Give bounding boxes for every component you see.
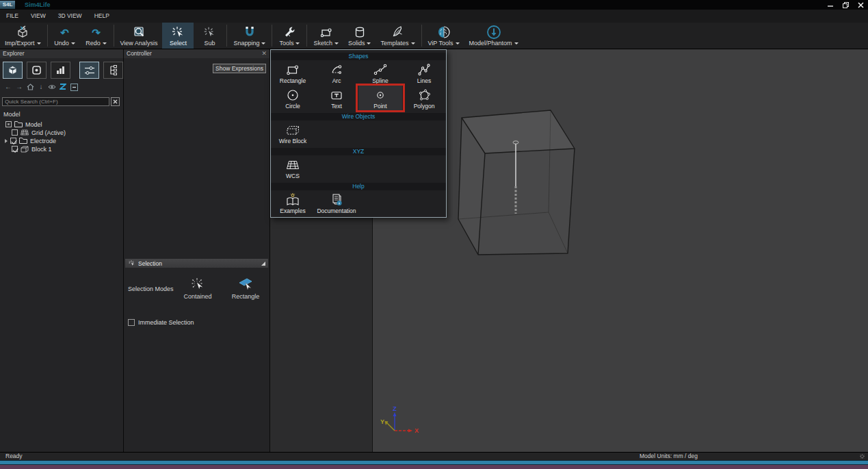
expander-icon[interactable] bbox=[5, 139, 8, 143]
close-button[interactable] bbox=[856, 1, 865, 9]
immediate-selection-row[interactable]: Immediate Selection bbox=[128, 319, 194, 326]
lines-shape-icon bbox=[417, 62, 432, 77]
solids-button[interactable]: Solids bbox=[343, 23, 376, 49]
status-bar: Ready Model Units: mm / deg bbox=[0, 452, 868, 460]
menu-item-wcs[interactable]: WCS bbox=[271, 155, 315, 181]
menu-item-arc[interactable]: Arc bbox=[315, 60, 358, 86]
checkbox-block1[interactable] bbox=[12, 146, 18, 152]
app-logo: S4L bbox=[0, 1, 15, 9]
explorer-tab-properties[interactable] bbox=[79, 62, 99, 79]
checkbox-electrode[interactable] bbox=[10, 138, 16, 144]
magnet-icon bbox=[242, 25, 257, 40]
collapse-all-icon[interactable] bbox=[69, 83, 79, 91]
menu-item-lines[interactable]: Lines bbox=[402, 60, 446, 86]
wrench-icon bbox=[282, 25, 297, 40]
immediate-selection-checkbox[interactable] bbox=[128, 319, 135, 326]
tools-button[interactable]: Tools bbox=[274, 23, 305, 49]
menu-item-wire-block[interactable]: Wire Block bbox=[271, 121, 315, 146]
rectangle-mode-label: Rectangle bbox=[224, 293, 267, 300]
impexport-button[interactable]: Imp/Export bbox=[0, 23, 46, 49]
download-circle-icon bbox=[486, 25, 502, 40]
toolbar-separator bbox=[226, 25, 227, 47]
menu-item-label: Arc bbox=[332, 78, 341, 84]
menu-help[interactable]: HELP bbox=[88, 10, 116, 23]
help-section-header: Help bbox=[271, 183, 446, 190]
menu-item-examples[interactable]: Examples bbox=[271, 190, 315, 216]
menu-file[interactable]: FILE bbox=[0, 10, 25, 23]
contained-mode-button[interactable] bbox=[184, 277, 211, 292]
sketch-button[interactable]: Sketch bbox=[308, 23, 343, 49]
back-arrow-icon[interactable]: ← bbox=[3, 83, 13, 91]
explorer-tab-simulations[interactable] bbox=[27, 62, 47, 79]
menu-item-documentation[interactable]: Documentation bbox=[315, 190, 358, 216]
menu-item-label: Documentation bbox=[317, 208, 356, 214]
search-clear-button[interactable] bbox=[111, 97, 120, 106]
show-expressions-button[interactable]: Show Expressions bbox=[213, 64, 266, 73]
down-arrow-icon[interactable]: ↓ bbox=[36, 83, 46, 91]
menu-item-spline[interactable]: Spline bbox=[358, 60, 402, 86]
tree-row-grid[interactable]: Grid (Active) bbox=[12, 129, 66, 136]
menu-3d-view[interactable]: 3D VIEW bbox=[52, 10, 88, 23]
close-icon[interactable]: ✕ bbox=[261, 49, 267, 58]
explorer-tab-analysis[interactable] bbox=[51, 62, 70, 79]
sketch-rectangle-icon bbox=[319, 25, 334, 40]
grid-icon bbox=[21, 129, 29, 136]
undo-label: Undo bbox=[54, 40, 69, 47]
model-phantom-button[interactable]: Model/Phantom bbox=[464, 23, 523, 49]
tree-row-block1[interactable]: Block 1 bbox=[12, 145, 52, 153]
home-icon[interactable] bbox=[25, 83, 35, 91]
selection-section-header[interactable]: Selection bbox=[125, 259, 268, 268]
model-section-label: Model bbox=[3, 111, 21, 118]
search-input[interactable] bbox=[2, 97, 109, 106]
menu-item-label: WCS bbox=[286, 173, 300, 179]
brain-icon bbox=[436, 25, 452, 40]
wire-block-icon bbox=[285, 123, 301, 138]
menu-item-text[interactable]: Text bbox=[315, 86, 358, 111]
menu-item-label: Rectangle bbox=[280, 78, 306, 84]
checkbox-grid[interactable] bbox=[12, 129, 18, 136]
viewport-3d[interactable]: Z Y X bbox=[373, 49, 868, 452]
eye-icon[interactable] bbox=[47, 83, 57, 91]
minimize-button[interactable] bbox=[826, 1, 835, 9]
undo-button[interactable]: ↶ Undo bbox=[49, 23, 81, 49]
menu-item-rectangle[interactable]: Rectangle bbox=[271, 60, 315, 86]
restore-button[interactable] bbox=[841, 1, 850, 9]
explorer-tab-model[interactable] bbox=[3, 62, 23, 79]
hierarchy-icon bbox=[108, 65, 119, 75]
title-bar: S4L Sim4Life bbox=[0, 0, 868, 10]
feather-icon bbox=[390, 25, 405, 40]
main-toolbar: Imp/Export ↶ Undo ↷ Redo View Analysis S… bbox=[0, 23, 868, 49]
resize-grip-icon[interactable] bbox=[859, 453, 866, 460]
zoom-z-icon[interactable] bbox=[58, 83, 68, 91]
templates-button[interactable]: Templates bbox=[376, 23, 419, 49]
examples-book-icon bbox=[285, 192, 301, 207]
rectangle-mode-button[interactable] bbox=[232, 277, 259, 292]
chevron-down-icon bbox=[367, 42, 371, 45]
solids-label: Solids bbox=[348, 40, 365, 47]
explorer-tab-tree[interactable] bbox=[103, 62, 123, 79]
controller-panel-title: Controller ✕ bbox=[124, 49, 269, 58]
sketch-label: Sketch bbox=[313, 40, 332, 47]
forward-arrow-icon[interactable]: → bbox=[14, 83, 24, 91]
tree-row-electrode[interactable]: Electrode bbox=[5, 137, 56, 144]
axis-z-label: Z bbox=[393, 405, 397, 412]
wireframe-cube bbox=[458, 110, 575, 255]
menu-item-polygon[interactable]: Polygon bbox=[402, 86, 446, 111]
vip-tools-button[interactable]: ViP Tools bbox=[423, 23, 464, 49]
sub-select-button[interactable]: Sub bbox=[194, 23, 225, 49]
menu-item-circle[interactable]: Circle bbox=[271, 86, 315, 111]
tree-row-model[interactable]: Model bbox=[5, 121, 42, 128]
toolbar-separator bbox=[421, 25, 422, 47]
checkbox-model[interactable] bbox=[5, 121, 12, 127]
select-button[interactable]: Select bbox=[162, 23, 194, 49]
snapping-button[interactable]: Snapping bbox=[228, 23, 270, 49]
contained-mode-label: Contained bbox=[176, 293, 220, 300]
view-analysis-button[interactable]: View Analysis bbox=[116, 23, 163, 49]
toolbar-separator bbox=[272, 25, 272, 47]
spline-shape-icon bbox=[373, 62, 388, 77]
menu-view[interactable]: VIEW bbox=[25, 10, 52, 23]
xyz-section-header: XYZ bbox=[271, 148, 446, 155]
collapse-triangle-icon[interactable] bbox=[261, 262, 265, 266]
close-icon bbox=[113, 99, 118, 104]
redo-button[interactable]: ↷ Redo bbox=[81, 23, 112, 49]
